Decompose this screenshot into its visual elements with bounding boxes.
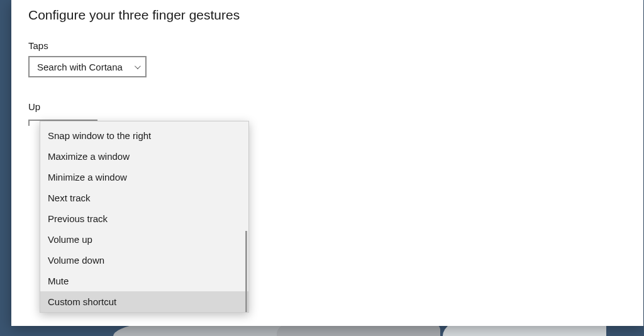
dropdown-item-volume-up[interactable]: Volume up (40, 229, 248, 250)
dropdown-item-maximize[interactable]: Maximize a window (40, 146, 248, 167)
chevron-down-icon (135, 63, 141, 69)
settings-window: Configure your three finger gestures Tap… (11, 0, 643, 326)
taps-label: Taps (28, 40, 643, 51)
dropdown-item-minimize[interactable]: Minimize a window (40, 167, 248, 188)
dropdown-item-custom-shortcut[interactable]: Custom shortcut (40, 291, 248, 312)
dropdown-item-volume-down[interactable]: Volume down (40, 250, 248, 271)
dropdown-item-next-track[interactable]: Next track (40, 188, 248, 208)
page-heading: Configure your three finger gestures (28, 8, 643, 23)
taps-dropdown-value: Search with Cortana (37, 62, 123, 72)
dropdown-item-mute[interactable]: Mute (40, 271, 248, 291)
scrollbar-thumb[interactable] (245, 231, 247, 313)
taps-dropdown[interactable]: Search with Cortana (28, 56, 147, 77)
dropdown-item-previous-track[interactable]: Previous track (40, 208, 248, 229)
dropdown-item-snap-right[interactable]: Snap window to the right (40, 121, 248, 146)
up-dropdown-list: Snap window to the right Maximize a wind… (40, 121, 249, 313)
up-label: Up (28, 101, 643, 112)
